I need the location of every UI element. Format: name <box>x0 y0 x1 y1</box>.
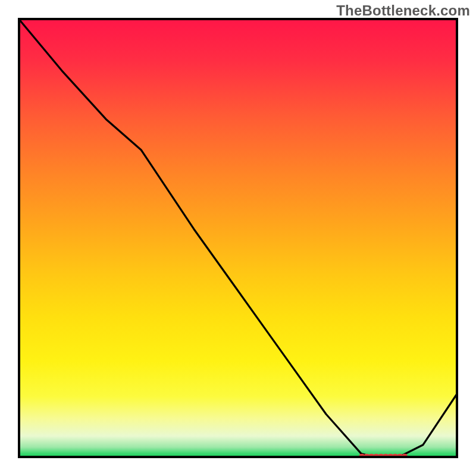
plot-frame <box>18 18 458 458</box>
watermark-label: TheBottleneck.com <box>336 2 470 19</box>
marker-layer <box>18 18 458 458</box>
chart-container: TheBottleneck.com <box>0 0 476 476</box>
